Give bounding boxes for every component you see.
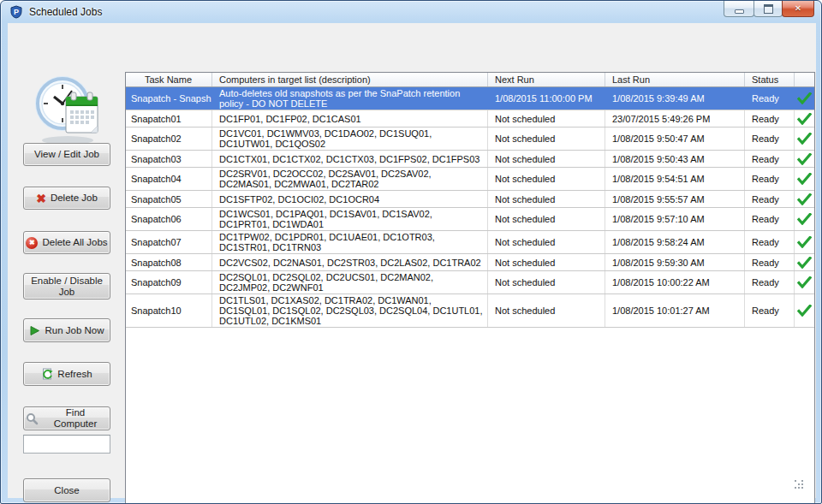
table-row[interactable]: Snapatch05 DC1SFTP02, DC1OCI02, DC1OCR04…: [126, 191, 814, 208]
cell-status-check: [795, 294, 814, 327]
cell-status-check: [795, 191, 814, 207]
table-row[interactable]: Snapatch10 DC1TLS01, DC1XAS02, DC1TRA02,…: [126, 294, 814, 328]
titlebar: P Scheduled Jobs ✕: [1, 1, 821, 23]
window-title: Scheduled Jobs: [29, 6, 102, 18]
maximize-button[interactable]: [754, 1, 783, 17]
cell-status: Ready: [745, 110, 795, 127]
green-check-icon: [797, 113, 812, 125]
table-row[interactable]: Snapatch04 DC2SRV01, DC2OCC02, DC2SAV01,…: [126, 168, 814, 191]
column-header-task-name[interactable]: Task Name: [126, 73, 212, 86]
cell-status: Ready: [745, 231, 795, 253]
green-check-icon: [797, 153, 812, 165]
view-edit-job-button[interactable]: View / Edit Job: [23, 143, 110, 166]
delete-job-button[interactable]: ✖ Delete Job: [23, 187, 110, 210]
column-header-last-run[interactable]: Last Run: [605, 73, 745, 86]
find-computer-button[interactable]: Find Computer: [23, 406, 110, 430]
cell-task-name: Snapatch01: [126, 110, 212, 127]
run-job-now-button[interactable]: Run Job Now: [23, 318, 110, 342]
cell-last-run: 1/08/2015 9:50:43 AM: [605, 151, 745, 167]
cell-status-check: [795, 168, 814, 190]
green-check-icon: [797, 257, 812, 269]
cell-status-check: [795, 151, 814, 167]
cell-computers: Auto-deletes old snapshots as per the Sn…: [212, 87, 488, 110]
cell-last-run: 1/08/2015 10:00:22 AM: [605, 271, 745, 294]
table-body: Snapatch - Snapsh... Auto-deletes old sn…: [126, 87, 814, 328]
cell-computers: DC1SFTP02, DC1OCI02, DC1OCR04: [212, 191, 488, 207]
column-header-check[interactable]: [795, 73, 814, 86]
cell-next-run: Not scheduled: [488, 127, 605, 150]
cell-status: Ready: [745, 151, 795, 167]
column-header-next-run[interactable]: Next Run: [488, 73, 605, 86]
close-icon: ✕: [795, 4, 801, 13]
cell-computers: DC1VC01, DC1WMV03, DC1DAO02, DC1SUQ01, D…: [212, 127, 488, 150]
column-header-computers[interactable]: Computers in target list (description): [212, 73, 488, 86]
find-computer-input[interactable]: [23, 435, 110, 454]
cell-status: Ready: [745, 87, 795, 110]
window: P Scheduled Jobs ✕: [0, 0, 822, 504]
green-check-icon: [797, 173, 812, 185]
cell-status-check: [795, 271, 814, 294]
table-row[interactable]: Snapatch09 DC2SQL01, DC2SQL02, DC2UCS01,…: [126, 271, 814, 294]
cell-status: Ready: [745, 294, 795, 327]
cell-next-run: 1/08/2015 11:00:00 PM: [488, 87, 605, 110]
enable-disable-job-label: Enable / Disable Job: [26, 276, 108, 298]
table-row[interactable]: Snapatch07 DC1TPW02, DC1PDR01, DC1UAE01,…: [126, 231, 814, 254]
cell-next-run: Not scheduled: [488, 231, 605, 253]
cell-last-run: 1/08/2015 9:57:10 AM: [605, 208, 745, 230]
cell-task-name: Snapatch06: [126, 208, 212, 230]
cell-next-run: Not scheduled: [488, 208, 605, 230]
refresh-button[interactable]: Refresh: [23, 362, 110, 386]
table-row[interactable]: Snapatch08 DC2VCS02, DC2NAS01, DC2STR03,…: [126, 254, 814, 271]
green-check-icon: [797, 133, 812, 145]
cell-next-run: Not scheduled: [488, 254, 605, 270]
cell-task-name: Snapatch02: [126, 127, 212, 150]
green-play-icon: [29, 325, 40, 336]
delete-job-label: Delete Job: [51, 193, 98, 204]
green-check-icon: [797, 193, 812, 205]
green-check-icon: [797, 305, 812, 317]
refresh-label: Refresh: [57, 369, 92, 380]
cell-computers: DC2SRV01, DC2OCC02, DC2SAV01, DC2SAV02, …: [212, 168, 488, 190]
table-row[interactable]: Snapatch02 DC1VC01, DC1WMV03, DC1DAO02, …: [126, 127, 814, 151]
delete-all-jobs-label: Delete All Jobs: [42, 237, 107, 248]
cell-last-run: 1/08/2015 9:55:57 AM: [605, 191, 745, 207]
table-header: Task Name Computers in target list (desc…: [126, 73, 814, 87]
view-edit-job-label: View / Edit Job: [34, 149, 99, 160]
close-dialog-button[interactable]: Close: [23, 478, 110, 502]
resize-grip[interactable]: [794, 479, 804, 489]
enable-disable-job-button[interactable]: Enable / Disable Job: [23, 273, 110, 299]
cell-next-run: Not scheduled: [488, 271, 605, 294]
cell-computers: DC1WCS01, DC1PAQ01, DC1SAV01, DC1SAV02, …: [212, 208, 488, 230]
cell-computers: DC1TPW02, DC1PDR01, DC1UAE01, DC1OTR03, …: [212, 231, 488, 253]
table-row[interactable]: Snapatch - Snapsh... Auto-deletes old sn…: [126, 87, 814, 110]
green-check-icon: [797, 213, 812, 225]
cell-computers: DC2SQL01, DC2SQL02, DC2UCS01, DC2MAN02, …: [212, 271, 488, 294]
table-row[interactable]: Snapatch01 DC1FP01, DC1FP02, DC1CAS01 No…: [126, 110, 814, 127]
cell-computers: DC1TLS01, DC1XAS02, DC1TRA02, DC1WAN01, …: [212, 294, 488, 327]
green-check-icon: [797, 236, 812, 248]
cell-next-run: Not scheduled: [488, 294, 605, 327]
table-row[interactable]: Snapatch03 DC1CTX01, DC1CTX02, DC1CTX03,…: [126, 151, 814, 168]
cell-status-check: [795, 127, 814, 150]
cell-last-run: 1/08/2015 10:01:27 AM: [605, 294, 745, 327]
cell-task-name: Snapatch - Snapsh...: [126, 87, 212, 110]
cell-next-run: Not scheduled: [488, 191, 605, 207]
green-check-icon: [797, 276, 812, 288]
red-circle-x-icon: ✖: [26, 237, 38, 249]
minimize-button[interactable]: [724, 1, 754, 17]
cell-status: Ready: [745, 168, 795, 190]
column-header-status[interactable]: Status: [745, 73, 795, 86]
cell-task-name: Snapatch05: [126, 191, 212, 207]
table-row[interactable]: Snapatch06 DC1WCS01, DC1PAQ01, DC1SAV01,…: [126, 208, 814, 231]
cell-last-run: 1/08/2015 9:39:49 AM: [605, 87, 745, 110]
cell-next-run: Not scheduled: [488, 168, 605, 190]
close-dialog-label: Close: [54, 485, 79, 496]
delete-all-jobs-button[interactable]: ✖ Delete All Jobs: [23, 231, 110, 254]
cell-last-run: 1/08/2015 9:59:30 AM: [605, 254, 745, 270]
close-window-button[interactable]: ✕: [782, 1, 814, 17]
cell-computers: DC1FP01, DC1FP02, DC1CAS01: [212, 110, 488, 127]
cell-last-run: 23/07/2015 5:49:26 PM: [605, 110, 745, 127]
cell-task-name: Snapatch10: [126, 294, 212, 327]
cell-status: Ready: [745, 191, 795, 207]
clock-calendar-icon: [32, 73, 104, 146]
